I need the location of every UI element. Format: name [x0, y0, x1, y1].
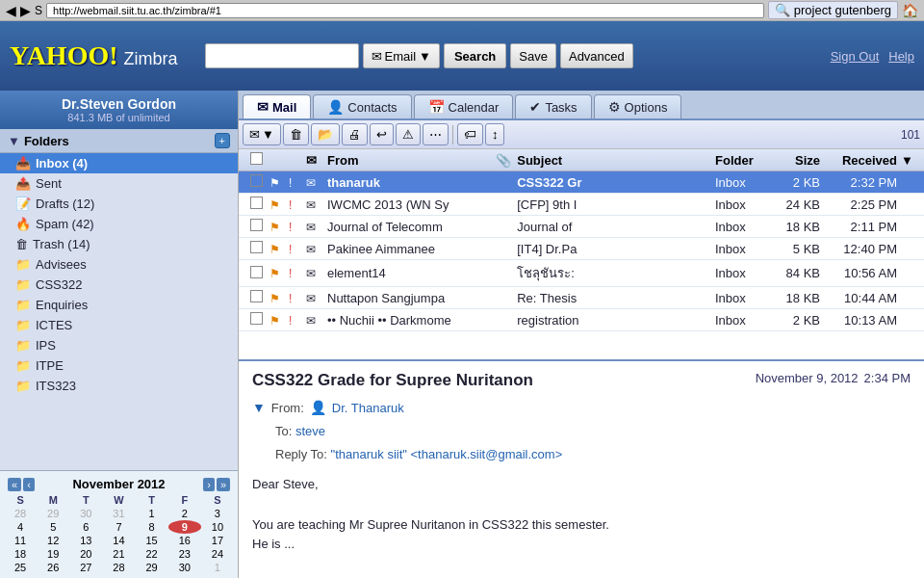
- search-button[interactable]: Search: [444, 43, 506, 68]
- tab-calendar[interactable]: 📅Calendar: [414, 94, 514, 118]
- folder-item-ictes[interactable]: 📁ICTES: [0, 315, 238, 335]
- calendar-day[interactable]: 17: [201, 534, 234, 547]
- mail-row[interactable]: ⚑ ! ✉ thanaruk CSS322 Gr Inbox 2 KB 2:32…: [239, 171, 924, 194]
- calendar-day[interactable]: 25: [4, 561, 37, 574]
- calendar-day[interactable]: 14: [102, 534, 135, 547]
- calendar-day[interactable]: 6: [69, 520, 102, 534]
- row-checkbox[interactable]: [250, 197, 263, 209]
- spam-btn[interactable]: ⚠: [396, 123, 421, 145]
- delete-btn[interactable]: 🗑: [283, 123, 309, 145]
- calendar-day[interactable]: 30: [168, 561, 201, 574]
- back-icon[interactable]: ◀: [6, 3, 16, 18]
- calendar-day[interactable]: 1: [201, 561, 234, 574]
- help-link[interactable]: Help: [888, 49, 914, 64]
- col-header-folder[interactable]: Folder: [713, 153, 776, 168]
- calendar-day[interactable]: 19: [37, 547, 69, 561]
- mail-row[interactable]: ⚑ ! ✉ IWCMC 2013 (WN Sy [CFP] 9th I Inbo…: [239, 194, 924, 216]
- row-checkbox[interactable]: [250, 312, 263, 325]
- row-flag[interactable]: ⚑: [270, 220, 289, 234]
- folder-item-inbox[interactable]: 📥Inbox (4): [0, 153, 238, 173]
- row-check[interactable]: [243, 174, 270, 190]
- col-header-size[interactable]: Size: [776, 153, 824, 168]
- folder-item-ips[interactable]: 📁IPS: [0, 335, 238, 355]
- calendar-day[interactable]: 2: [168, 507, 201, 520]
- url-bar[interactable]: http://webmail.siit.tu.ac.th/zimbra/#1: [46, 3, 764, 18]
- calendar-day[interactable]: 1: [136, 507, 168, 520]
- more-actions-btn[interactable]: ⋯: [423, 123, 449, 145]
- calendar-day[interactable]: 16: [168, 534, 201, 547]
- search-bar[interactable]: 🔍 project gutenberg: [768, 1, 898, 19]
- row-flag[interactable]: ⚑: [270, 175, 289, 190]
- calendar-day[interactable]: 18: [4, 547, 37, 561]
- folder-item-sent[interactable]: 📤Sent: [0, 173, 238, 194]
- calendar-day[interactable]: 22: [136, 547, 168, 561]
- row-check[interactable]: [243, 290, 270, 305]
- cal-next-next-btn[interactable]: »: [217, 478, 230, 491]
- save-button[interactable]: Save: [510, 43, 556, 68]
- row-checkbox[interactable]: [250, 241, 263, 253]
- new-folder-button[interactable]: +: [215, 133, 230, 148]
- calendar-day[interactable]: 9: [168, 520, 201, 534]
- calendar-day[interactable]: 28: [4, 507, 37, 520]
- calendar-day[interactable]: 24: [201, 547, 234, 561]
- row-check[interactable]: [243, 241, 270, 256]
- calendar-day[interactable]: 11: [4, 534, 37, 547]
- advanced-button[interactable]: Advanced: [560, 43, 633, 68]
- move-btn[interactable]: 📂: [311, 123, 340, 145]
- calendar-day[interactable]: 29: [37, 507, 69, 520]
- tag-btn[interactable]: 🏷: [457, 123, 483, 145]
- calendar-day[interactable]: 26: [37, 561, 69, 574]
- sign-out-link[interactable]: Sign Out: [831, 49, 880, 64]
- col-header-from[interactable]: From: [323, 153, 496, 168]
- calendar-day[interactable]: 29: [136, 561, 168, 574]
- email-type-dropdown[interactable]: ✉ Email ▼: [363, 43, 440, 68]
- mail-row[interactable]: ⚑ ! ✉ Journal of Telecomm Journal of Inb…: [239, 216, 924, 238]
- calendar-day[interactable]: 31: [102, 507, 135, 520]
- folder-item-drafts[interactable]: 📝Drafts (12): [0, 194, 238, 214]
- calendar-day[interactable]: 15: [136, 534, 168, 547]
- col-header-subject[interactable]: Subject: [513, 153, 713, 168]
- print-btn[interactable]: 🖨: [342, 123, 368, 145]
- folder-item-itpe[interactable]: 📁ITPE: [0, 355, 238, 376]
- folder-item-trash[interactable]: 🗑Trash (14): [0, 234, 238, 254]
- tab-contacts[interactable]: 👤Contacts: [313, 94, 411, 118]
- calendar-day[interactable]: 30: [69, 507, 102, 520]
- tab-options[interactable]: ⚙Options: [594, 94, 682, 118]
- row-flag[interactable]: ⚑: [270, 197, 289, 212]
- tab-tasks[interactable]: ✔Tasks: [515, 94, 591, 118]
- row-checkbox[interactable]: [250, 266, 263, 278]
- row-flag[interactable]: ⚑: [270, 313, 289, 328]
- select-all-checkbox[interactable]: [250, 152, 263, 165]
- calendar-day[interactable]: 12: [37, 534, 69, 547]
- row-checkbox[interactable]: [250, 174, 263, 187]
- row-check[interactable]: [243, 197, 270, 212]
- forward-btn[interactable]: ↩: [370, 123, 394, 145]
- mail-row[interactable]: ⚑ ! ✉ element14 โชลุชันระ: Inbox 84 KB 1…: [239, 260, 924, 287]
- calendar-day[interactable]: 13: [69, 534, 102, 547]
- col-header-received[interactable]: Received: [824, 153, 901, 168]
- folder-item-advisees[interactable]: 📁Advisees: [0, 254, 238, 275]
- row-check[interactable]: [243, 312, 270, 328]
- sort-btn[interactable]: ↕: [485, 123, 505, 145]
- reply-value[interactable]: "thanaruk siit" <thanaruk.siit@gmail.com…: [331, 447, 563, 461]
- calendar-day[interactable]: 3: [201, 507, 234, 520]
- expand-btn[interactable]: ▼: [252, 396, 266, 420]
- calendar-day[interactable]: 28: [102, 561, 135, 574]
- row-checkbox[interactable]: [250, 219, 263, 231]
- row-flag[interactable]: ⚑: [270, 291, 289, 305]
- row-check[interactable]: [243, 219, 270, 234]
- folder-item-spam[interactable]: 🔥Spam (42): [0, 214, 238, 234]
- calendar-day[interactable]: 27: [69, 561, 102, 574]
- home-icon[interactable]: 🏠: [902, 3, 918, 18]
- cal-prev-prev-btn[interactable]: «: [8, 478, 21, 491]
- calendar-day[interactable]: 5: [37, 520, 69, 534]
- cal-next-btn[interactable]: ›: [203, 478, 215, 491]
- calendar-day[interactable]: 21: [102, 547, 135, 561]
- folder-item-css322[interactable]: 📁CSS322: [0, 275, 238, 295]
- to-value[interactable]: steve: [295, 424, 325, 438]
- forward-icon[interactable]: ▶: [20, 3, 31, 18]
- calendar-day[interactable]: 7: [102, 520, 135, 534]
- calendar-day[interactable]: 23: [168, 547, 201, 561]
- calendar-day[interactable]: 4: [4, 520, 37, 534]
- calendar-day[interactable]: 10: [201, 520, 234, 534]
